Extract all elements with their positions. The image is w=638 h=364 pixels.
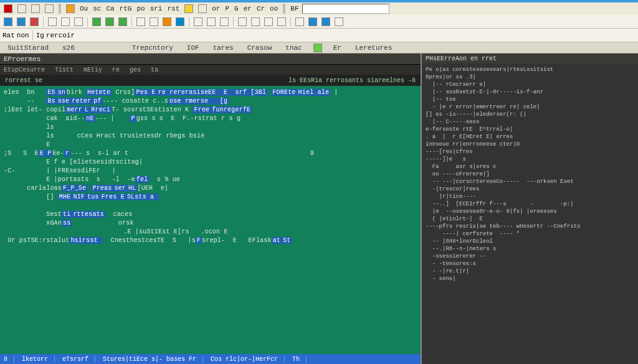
menu-icon-3[interactable]	[44, 3, 55, 14]
menu-item-10[interactable]: er	[242, 5, 253, 12]
code-line[interactable]: E |portasts s -l -efel s % ue	[4, 175, 417, 184]
green-tab-icon[interactable]	[312, 42, 323, 54]
orange-square-icon[interactable]	[65, 3, 76, 14]
code-editor[interactable]: eles bn ESsnbirk Hetete Crss]Pes Ere rer…	[0, 86, 421, 354]
menu-item-12[interactable]: oo	[269, 5, 279, 12]
square-icon[interactable]	[197, 3, 208, 14]
code-line[interactable]: cak aid--nE--- | Pgss s s E F.-rstrat r …	[4, 114, 417, 123]
menubar: Ou sc Ca rtG po sri rst or P G er Cr oo …	[0, 2, 638, 15]
tool-icon-21[interactable]	[294, 16, 305, 27]
status-1: lketorr	[22, 356, 55, 363]
menu-item-4[interactable]: po	[135, 5, 146, 12]
menu-item-6[interactable]: rst	[166, 5, 181, 12]
tb2-item-1[interactable]: non	[17, 32, 29, 39]
tool-icon-20[interactable]	[276, 16, 287, 27]
output-line: |-- C-----sess	[426, 118, 634, 126]
code-line[interactable]: -C- | |FREsesdiFEr |	[4, 167, 417, 175]
sub-1[interactable]: Tistt	[55, 67, 74, 73]
tool-icon-10[interactable]	[135, 16, 146, 27]
tool-icon-11[interactable]	[148, 16, 160, 27]
tool-icon-2[interactable]	[16, 16, 27, 27]
tool-icon-9[interactable]	[117, 16, 128, 27]
tb2-item-3[interactable]: rercoir	[46, 32, 75, 39]
address-input[interactable]	[302, 4, 389, 14]
tb2-item-0[interactable]: Rat	[2, 32, 15, 39]
panel-columns: rorrest se ls EEsRia rerrosants siareeln…	[0, 75, 421, 86]
tab-7[interactable]: Er	[330, 44, 345, 52]
sub-2[interactable]: mEtiy	[83, 67, 102, 73]
menu-icon-1[interactable]	[16, 3, 27, 14]
code-line[interactable]: carlaloasF_P_Se PreasserHL[UER e|	[4, 184, 417, 193]
tab-3[interactable]: IOF	[183, 44, 203, 52]
tool-icon-13[interactable]	[174, 16, 186, 27]
tool-icon-12[interactable]	[161, 16, 173, 27]
tool-icon-15[interactable]	[206, 16, 217, 27]
menu-item-2[interactable]: Ca	[105, 5, 115, 12]
output-line: |e --osesesee8r-e-o- 8|fs| |ereesses	[426, 208, 634, 215]
tab-5[interactable]: Crasow	[244, 44, 276, 52]
tab-0[interactable]: SuitStarad	[4, 44, 52, 52]
code-line[interactable]: [] MHENIFtusFres ESLsts a	[4, 193, 417, 202]
tab-1[interactable]: s26	[59, 44, 79, 52]
output-line: |-- tse	[426, 96, 634, 103]
tool-icon-22[interactable]	[307, 16, 318, 27]
code-line[interactable]: ;lEet let- copilmerrLRreciT- sosrstSEsti…	[4, 106, 417, 114]
code-line[interactable]: Sesttirttesats caces	[4, 210, 417, 219]
code-line[interactable]: eles bn ESsnbirk Hetete Crss]Pes Ere rer…	[4, 88, 417, 97]
output-line: - -tensores:s	[426, 260, 634, 268]
output-body[interactable]: Pe o|as corestesesesears|rtesLssitsist8p…	[422, 63, 638, 364]
code-line[interactable]: ;S S EE PEe-r--- s s-l ar t 9	[4, 149, 417, 158]
code-line[interactable]	[4, 202, 417, 210]
tool-icon-24[interactable]	[333, 16, 345, 27]
tool-icon-3[interactable]	[29, 16, 40, 27]
tool-icon-8[interactable]	[104, 16, 115, 27]
output-line: e-ferseste rtE E^trrel-o|	[426, 126, 634, 133]
menu-item-8[interactable]: P	[224, 5, 231, 12]
output-line: innseue rr|enrroneese cter|O	[426, 141, 634, 148]
tab-2[interactable]: Trepcntory	[128, 44, 177, 52]
output-line: --.|R8--n-|neters s	[426, 245, 634, 253]
sub-5[interactable]: ta	[151, 67, 158, 73]
output-line: ( |etinlrt-| E	[426, 215, 634, 223]
tool-icon-23[interactable]	[320, 16, 331, 27]
sub-4[interactable]: ges	[130, 67, 141, 73]
tool-icon-6[interactable]	[73, 16, 84, 27]
menu-item-0[interactable]: Ou	[79, 5, 89, 12]
tool-icon-1[interactable]	[2, 16, 14, 27]
code-line[interactable]: xGAnss orsk	[4, 219, 417, 228]
output-pane: PHsEErreAon en rret Pe o|as coresteseses…	[421, 54, 638, 364]
menu-item-5[interactable]: sri	[149, 5, 164, 12]
menu-item-1[interactable]: sc	[92, 5, 102, 12]
code-line[interactable]: Or psTSE:rstaluthsirsst CnesthestcesTE S…	[4, 236, 417, 245]
tab-8[interactable]: Leretures	[351, 44, 396, 52]
tool-icon-4[interactable]	[47, 16, 58, 27]
code-line[interactable]: ls	[4, 123, 417, 132]
menu-icon-2[interactable]	[30, 3, 41, 14]
output-line: . a | r E[HEret E| erres	[426, 133, 634, 141]
tool-icon-7[interactable]	[91, 16, 102, 27]
code-line[interactable]: E	[4, 141, 417, 149]
menu-item-3[interactable]: rtG	[118, 5, 133, 12]
tab-6[interactable]: tnac	[282, 44, 305, 52]
tool-icon-14[interactable]	[193, 16, 204, 27]
code-line[interactable]: E f e [elietsesidtscitag|	[4, 158, 417, 167]
output-line: [] es -is-----|elederser(r: (|	[426, 111, 634, 118]
tool-icon-18[interactable]	[250, 16, 261, 27]
menu-item-11[interactable]: Cr	[255, 5, 266, 12]
tool-icon-19[interactable]	[263, 16, 274, 27]
code-line[interactable]: ls cCes Hract trusietesdr rbegs bsie	[4, 132, 417, 141]
menu-item-7[interactable]: or	[211, 5, 221, 12]
tab-4[interactable]: tares	[209, 44, 237, 52]
menu-item-13[interactable]: BF	[289, 5, 300, 12]
tool-icon-17[interactable]	[237, 16, 248, 27]
yellow-highlight-icon[interactable]	[183, 3, 194, 14]
menu-item-9[interactable]: G	[233, 5, 240, 12]
code-line[interactable]: .E |suStIEst E[rs .ocon E	[4, 228, 417, 236]
sub-0[interactable]: EtupCesurre	[4, 67, 45, 73]
tool-icon-5[interactable]	[60, 16, 71, 27]
status-bar: 8 lketorr eTsrsrf Stures|tiEce s|- bases…	[0, 354, 421, 364]
sub-3[interactable]: re	[112, 67, 120, 73]
tool-icon-16[interactable]	[219, 16, 230, 27]
code-line[interactable]: -- Bsssereterpf---- cosatte c..sose rmer…	[4, 97, 417, 106]
tb2-item-2[interactable]: Ig	[36, 32, 44, 39]
